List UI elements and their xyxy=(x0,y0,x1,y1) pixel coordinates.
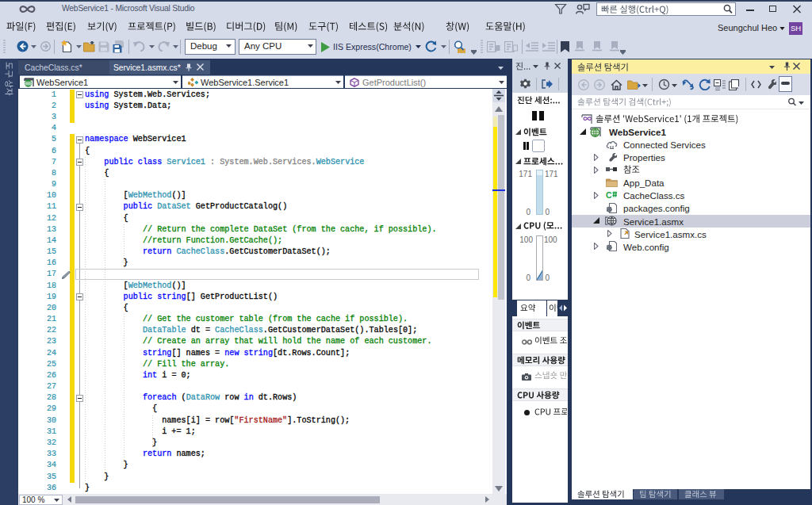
svg-text:C: C xyxy=(606,190,612,199)
